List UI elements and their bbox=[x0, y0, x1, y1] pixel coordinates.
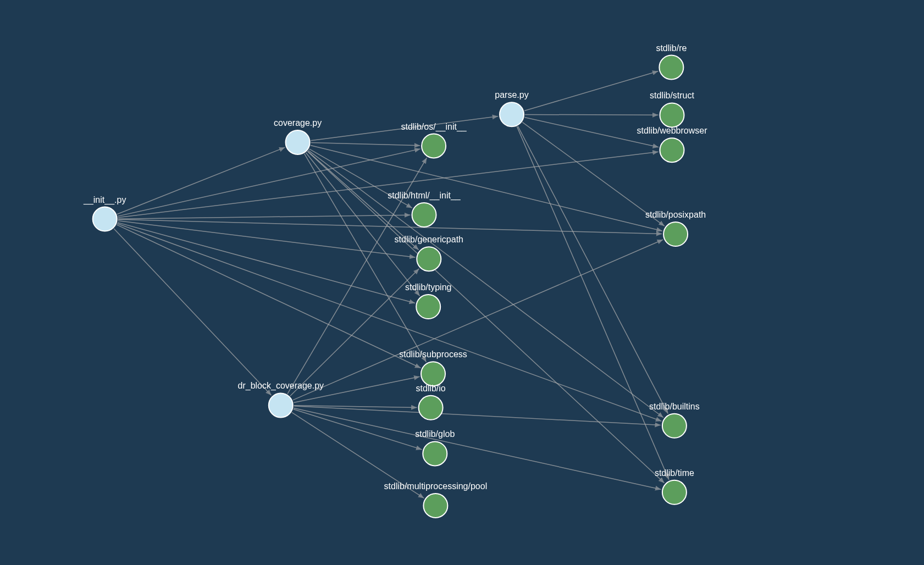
edge-init-to-builtins bbox=[117, 224, 661, 421]
edge-init-to-posixpath bbox=[118, 219, 662, 234]
node-label-webbrowser: stdlib/webbrowser bbox=[637, 126, 707, 135]
edge-parse-to-re bbox=[524, 71, 658, 111]
node-label-coverage: coverage.py bbox=[274, 118, 322, 128]
node-label-drblock: dr_block_coverage.py bbox=[238, 381, 324, 391]
node-label-struct: stdlib/struct bbox=[650, 91, 694, 100]
edge-drblock-to-glob bbox=[294, 409, 422, 450]
node-struct[interactable]: stdlib/struct bbox=[650, 91, 694, 127]
nodes-layer: __init__.pycoverage.pydr_block_coverage.… bbox=[83, 43, 707, 518]
node-label-re: stdlib/re bbox=[656, 43, 687, 53]
node-label-builtins: stdlib/builtins bbox=[649, 402, 700, 411]
edge-drblock-to-time bbox=[294, 408, 661, 490]
edge-init-to-webbrowser bbox=[118, 152, 659, 217]
edge-init-to-html_init bbox=[118, 215, 411, 219]
edge-coverage-to-subprocess bbox=[305, 154, 427, 362]
node-label-mp_pool: stdlib/multiprocessing/pool bbox=[384, 481, 488, 491]
node-label-time: stdlib/time bbox=[655, 468, 694, 478]
node-circle-builtins[interactable] bbox=[662, 414, 687, 438]
edge-coverage-to-typing bbox=[306, 153, 420, 296]
node-parse[interactable]: parse.py bbox=[495, 90, 528, 126]
node-html_init[interactable]: stdlib/html/__init__ bbox=[388, 191, 461, 227]
node-circle-struct[interactable] bbox=[660, 103, 684, 127]
dependency-graph[interactable]: __init__.pycoverage.pydr_block_coverage.… bbox=[0, 0, 924, 565]
edge-drblock-to-builtins bbox=[294, 406, 661, 425]
node-circle-html_init[interactable] bbox=[412, 203, 436, 227]
node-label-posixpath: stdlib/posixpath bbox=[645, 210, 706, 219]
node-circle-posixpath[interactable] bbox=[663, 222, 688, 246]
node-posixpath[interactable]: stdlib/posixpath bbox=[645, 210, 706, 246]
node-label-glob: stdlib/glob bbox=[415, 429, 455, 439]
node-mp_pool[interactable]: stdlib/multiprocessing/pool bbox=[384, 481, 488, 518]
node-typing[interactable]: stdlib/typing bbox=[405, 282, 452, 319]
node-io[interactable]: stdlib/io bbox=[416, 384, 445, 420]
node-genericpath[interactable]: stdlib/genericpath bbox=[395, 235, 463, 271]
node-circle-subprocess[interactable] bbox=[421, 362, 445, 386]
edge-drblock-to-genericpath bbox=[290, 269, 419, 396]
node-circle-glob[interactable] bbox=[423, 441, 447, 466]
edge-coverage-to-time bbox=[307, 151, 664, 483]
edge-coverage-to-builtins bbox=[308, 150, 663, 417]
node-label-html_init: stdlib/html/__init__ bbox=[388, 191, 461, 201]
node-subprocess[interactable]: stdlib/subprocess bbox=[399, 350, 467, 386]
node-os_init[interactable]: stdlib/os/__init__ bbox=[401, 122, 467, 158]
node-label-genericpath: stdlib/genericpath bbox=[395, 235, 463, 244]
edge-coverage-to-os_init bbox=[311, 143, 420, 146]
node-label-init: __init__.py bbox=[83, 195, 126, 205]
node-circle-init[interactable] bbox=[93, 207, 117, 231]
node-circle-coverage[interactable] bbox=[286, 130, 310, 154]
node-circle-webbrowser[interactable] bbox=[660, 138, 684, 162]
edge-init-to-subprocess bbox=[117, 225, 420, 368]
node-webbrowser[interactable]: stdlib/webbrowser bbox=[637, 126, 707, 162]
node-label-subprocess: stdlib/subprocess bbox=[399, 350, 467, 359]
edge-parse-to-struct bbox=[525, 114, 659, 115]
edge-init-to-os_init bbox=[118, 149, 420, 216]
node-circle-time[interactable] bbox=[662, 480, 687, 505]
node-label-io: stdlib/io bbox=[416, 384, 445, 393]
node-circle-parse[interactable] bbox=[500, 102, 524, 126]
node-circle-mp_pool[interactable] bbox=[423, 494, 447, 518]
edge-init-to-drblock bbox=[114, 229, 271, 395]
node-label-os_init: stdlib/os/__init__ bbox=[401, 122, 467, 132]
edge-coverage-to-posixpath bbox=[311, 146, 662, 231]
node-circle-drblock[interactable] bbox=[269, 393, 293, 417]
node-circle-re[interactable] bbox=[659, 56, 683, 80]
edge-parse-to-builtins bbox=[518, 126, 668, 414]
node-circle-typing[interactable] bbox=[416, 295, 440, 319]
node-glob[interactable]: stdlib/glob bbox=[415, 429, 455, 466]
node-label-typing: stdlib/typing bbox=[405, 282, 452, 292]
node-re[interactable]: stdlib/re bbox=[656, 43, 687, 80]
node-time[interactable]: stdlib/time bbox=[655, 468, 694, 505]
edge-init-to-typing bbox=[118, 223, 415, 303]
node-circle-io[interactable] bbox=[419, 396, 443, 420]
node-label-parse: parse.py bbox=[495, 90, 528, 99]
edges-layer bbox=[114, 71, 669, 498]
edge-init-to-coverage bbox=[117, 147, 285, 214]
node-circle-os_init[interactable] bbox=[422, 134, 446, 158]
edge-parse-to-posixpath bbox=[522, 122, 665, 226]
edge-parse-to-time bbox=[517, 126, 669, 479]
node-circle-genericpath[interactable] bbox=[417, 247, 441, 271]
